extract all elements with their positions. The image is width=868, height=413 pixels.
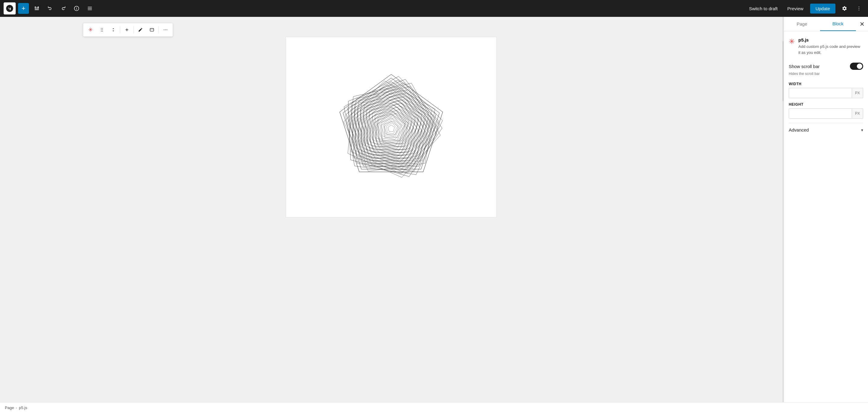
list-view-button[interactable] [84,3,95,14]
svg-marker-65 [370,106,413,149]
toolbar-divider [120,26,120,33]
drag-handle[interactable] [96,24,107,35]
preview-button[interactable]: Preview [784,4,806,13]
tab-block[interactable]: Block [820,17,856,31]
block-icon: ✳ [789,37,795,46]
scroll-bar-toggle-row: Show scroll bar [789,63,863,70]
scroll-bar-label: Show scroll bar [789,64,820,69]
svg-marker-56 [331,64,455,185]
svg-point-5 [101,30,101,30]
block-description: Add custom p5.js code and preview it as … [798,44,863,56]
breadcrumb: Page › p5.js [0,402,868,413]
add-block-button[interactable]: + [18,3,29,14]
width-unit: PX [852,89,863,98]
svg-point-3 [859,10,859,10]
svg-marker-55 [382,119,401,137]
info-button[interactable] [71,3,82,14]
svg-marker-38 [370,106,413,148]
svg-marker-25 [377,114,405,141]
svg-marker-42 [385,122,397,134]
chevron-down-icon: ▾ [861,128,863,132]
svg-marker-75 [374,111,408,144]
svg-marker-28 [388,125,395,132]
page-canvas [286,37,497,217]
scroll-bar-hint: Hides the scroll bar [789,72,863,76]
svg-point-12 [165,30,166,30]
advanced-section: Advanced ▾ [789,123,863,137]
advanced-toggle-button[interactable]: Advanced ▾ [789,123,863,137]
block-name: p5.js [798,37,863,42]
main-area: ✳ [0,17,868,402]
block-toolbar: ✳ [83,23,173,37]
topbar: + Switch to draft Preview Update [0,0,868,17]
svg-point-8 [102,30,103,30]
height-label: HEIGHT [789,102,863,107]
toolbar-divider-3 [158,26,159,33]
svg-marker-59 [344,78,441,173]
scroll-bar-toggle[interactable] [850,63,863,70]
svg-point-9 [102,31,103,32]
p5js-preview [304,43,478,211]
block-info: ✳ p5.js Add custom p5.js code and previe… [789,37,863,56]
svg-marker-20 [360,96,422,155]
svg-point-4 [101,28,101,29]
width-input[interactable] [789,88,852,98]
settings-button[interactable] [839,3,850,14]
breadcrumb-separator: › [16,406,17,410]
editor-area: ✳ [0,17,782,402]
svg-point-6 [101,31,101,32]
svg-rect-10 [150,28,154,31]
topbar-right: Switch to draft Preview Update [746,3,864,14]
svg-marker-24 [374,110,408,144]
height-unit: PX [852,109,863,118]
edit-button[interactable] [135,24,146,35]
sidebar-close-button[interactable]: ✕ [856,18,868,30]
height-input[interactable] [789,109,852,118]
sidebar-block-content: ✳ p5.js Add custom p5.js code and previe… [784,31,868,402]
more-options-button[interactable] [854,3,864,14]
move-up-down-button[interactable] [108,24,119,35]
block-type-button[interactable]: ✳ [85,24,96,35]
undo-button[interactable] [44,3,56,14]
spiral-svg [307,47,475,207]
svg-point-1 [859,7,859,7]
svg-marker-49 [358,93,427,159]
media-button[interactable] [147,24,157,35]
tools-button[interactable] [31,3,42,14]
breadcrumb-page[interactable]: Page [5,406,14,410]
svg-point-13 [167,30,167,30]
redo-button[interactable] [58,3,69,14]
width-field-row: PX [789,88,863,98]
height-field-row: PX [789,108,863,118]
breadcrumb-current: p5.js [19,406,27,410]
update-button[interactable]: Update [810,4,835,13]
switch-to-draft-button[interactable]: Switch to draft [746,4,781,13]
svg-point-2 [859,8,859,9]
svg-point-11 [164,30,164,30]
svg-marker-16 [346,81,436,166]
wp-logo [4,2,16,14]
svg-marker-15 [343,78,439,169]
toolbar-divider-2 [133,26,134,33]
toggle-knob [857,64,862,69]
svg-point-7 [102,28,103,29]
add-block-inline-button[interactable] [121,24,132,35]
sidebar-tabs: Page Block ✕ [784,17,868,31]
advanced-title: Advanced [789,127,809,132]
block-details: p5.js Add custom p5.js code and preview … [798,37,863,56]
sidebar: Page Block ✕ ✳ p5.js Add custom p5.js co… [784,17,868,402]
width-label: WIDTH [789,82,863,86]
more-block-options[interactable] [160,24,171,35]
tab-page[interactable]: Page [784,17,820,31]
